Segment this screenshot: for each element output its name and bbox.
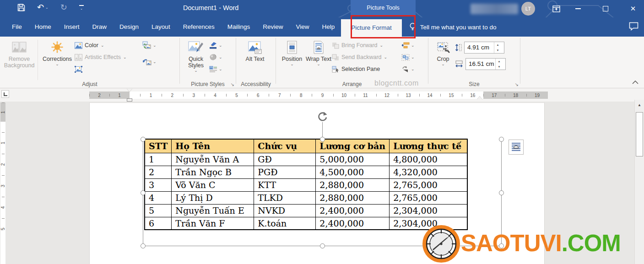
quick-styles-icon [188, 39, 204, 56]
tab-references[interactable]: References [177, 17, 221, 37]
group-accessibility: Alt Text Accessibility [236, 37, 276, 88]
table-cell: 2 [145, 166, 172, 178]
tab-help[interactable]: Help [316, 17, 341, 37]
table-header-cell: STT [145, 139, 172, 153]
table-cell: 2,304,000 [390, 204, 467, 217]
height-spin-up[interactable]: ▲ [494, 42, 501, 48]
transparency-button[interactable] [75, 64, 142, 74]
tab-mailings[interactable]: Mailings [221, 17, 257, 37]
layout-options-button[interactable] [509, 140, 524, 155]
ruler-number: 1 [0, 102, 5, 122]
group-label-size: Size [428, 81, 520, 87]
ruler-number: 5 [226, 92, 248, 99]
align-objects-button[interactable]: ⌄ [401, 40, 421, 50]
position-button[interactable]: Position ⌄ [279, 38, 305, 66]
crop-button[interactable]: Crop ⌄ [431, 38, 455, 66]
picture-layout-button[interactable]: ⌄ [209, 64, 229, 74]
selection-handle-top-middle[interactable] [320, 137, 325, 142]
picture-effects-button[interactable]: ⌄ [209, 52, 229, 62]
close-button[interactable]: ✕ [625, 0, 641, 17]
avatar[interactable]: LT [521, 2, 535, 16]
rotate-handle[interactable] [316, 110, 329, 124]
left-indent-marker[interactable] [127, 98, 132, 102]
comments-button[interactable] [629, 22, 639, 32]
corrections-button[interactable]: Corrections ⌄ [40, 38, 75, 66]
undo-button[interactable]: ↶⌄ [37, 3, 49, 11]
tab-home[interactable]: Home [28, 17, 58, 37]
selection-handle-bottom-left[interactable] [141, 243, 146, 248]
send-backward-icon [332, 54, 339, 61]
selection-handle-bottom-middle[interactable] [320, 243, 325, 248]
tab-view[interactable]: View [289, 17, 315, 37]
ruler-number: 4 [205, 92, 226, 99]
save-button[interactable] [17, 4, 25, 11]
width-spin-up[interactable]: ▲ [496, 59, 503, 64]
picture-tools-contextual-label: Picture Tools [351, 0, 416, 15]
table-cell: 2,765,000 [390, 178, 467, 191]
tab-file[interactable]: File [5, 17, 28, 37]
shape-width-input[interactable] [466, 59, 495, 70]
height-spin-down[interactable]: ▼ [494, 48, 501, 53]
first-line-indent-marker[interactable] [127, 89, 132, 92]
reset-picture-button[interactable]: ⌄ [142, 57, 162, 67]
bring-forward-button: Bring Forward⌄ [332, 40, 401, 50]
color-button[interactable]: Color⌄ [75, 40, 142, 50]
size-dialog-launcher[interactable]: ↘ [515, 82, 519, 87]
tab-design[interactable]: Design [113, 17, 145, 37]
rotate-objects-button[interactable]: ⌄ [401, 64, 421, 74]
tell-me-box[interactable]: Tell me what you want to do [409, 17, 497, 37]
selection-handle-middle-right[interactable] [499, 190, 504, 195]
ruler-number: 3 [0, 175, 5, 197]
tab-layout[interactable]: Layout [145, 17, 177, 37]
tab-draw[interactable]: Draw [86, 17, 114, 37]
brand-text-orange: SAOTUVI [461, 230, 562, 256]
selection-handle-middle-left[interactable] [141, 190, 146, 195]
selection-pane-button[interactable]: Selection Pane [332, 64, 401, 74]
scroll-up-button[interactable]: ▲ [635, 100, 644, 110]
table-cell: PGĐ [254, 166, 316, 178]
group-label-picture-styles: Picture Styles [180, 81, 236, 87]
table-cell: 2,400,000 [316, 217, 390, 230]
wrap-text-icon [313, 39, 325, 56]
table-cell: K.toán [254, 217, 316, 230]
tab-picture-format[interactable]: Picture Format [341, 19, 402, 37]
tab-review[interactable]: Review [256, 17, 289, 37]
wrap-text-button[interactable]: Wrap Text ⌄ [305, 38, 332, 66]
quick-styles-button[interactable]: Quick Styles⌄ [183, 38, 209, 72]
collapse-ribbon-button[interactable] [632, 78, 639, 86]
maximize-button[interactable] [598, 0, 613, 17]
ruler-number: 7 [269, 92, 290, 99]
picture-styles-dialog-launcher[interactable]: ↘ [231, 82, 234, 87]
ruler-number: 1 [140, 92, 162, 99]
group-label-adjust: Adjust [0, 81, 179, 87]
ruler-number: 3 [183, 92, 205, 99]
scrollbar-thumb[interactable] [636, 112, 643, 156]
alt-text-button[interactable]: Alt Text [239, 38, 271, 62]
width-spin-down[interactable]: ▼ [496, 64, 503, 70]
tab-selector[interactable] [1, 90, 9, 98]
ruler-number: 17 [483, 92, 505, 99]
selection-handle-top-right[interactable] [499, 137, 504, 142]
table-cell: 2,400,000 [316, 204, 390, 217]
ribbon-display-options-button[interactable] [548, 0, 564, 17]
customize-qat-button[interactable]: ⌄ [79, 5, 84, 10]
vertical-scrollbar[interactable]: ▲ [634, 100, 644, 264]
selection-handle-top-left[interactable] [141, 137, 146, 142]
salary-table-image[interactable]: STTHọ TênChức vụLương cơ bảnLương thực t… [144, 139, 468, 230]
table-cell: NVKD [254, 204, 316, 217]
group-objects-button[interactable]: ⌄ [401, 52, 421, 62]
ruler-number: 2 [162, 92, 183, 99]
rotate-objects-icon [401, 66, 410, 73]
table-cell: Nguyễn Tuấn E [172, 204, 254, 217]
group-size: Crop ⌄ ▲ ▼ [428, 37, 520, 88]
table-cell: 4,500,000 [316, 166, 390, 178]
picture-border-button[interactable]: ⌄ [209, 40, 229, 50]
right-indent-marker[interactable] [477, 96, 482, 99]
change-picture-button[interactable]: ⌄ [142, 40, 162, 50]
picture-layout-icon [209, 65, 217, 73]
tab-insert[interactable]: Insert [58, 17, 86, 37]
shape-height-input[interactable] [465, 42, 494, 53]
remove-background-icon [12, 39, 27, 56]
minimize-button[interactable] [570, 0, 586, 17]
undo-caret-icon[interactable]: ⌄ [45, 5, 49, 10]
